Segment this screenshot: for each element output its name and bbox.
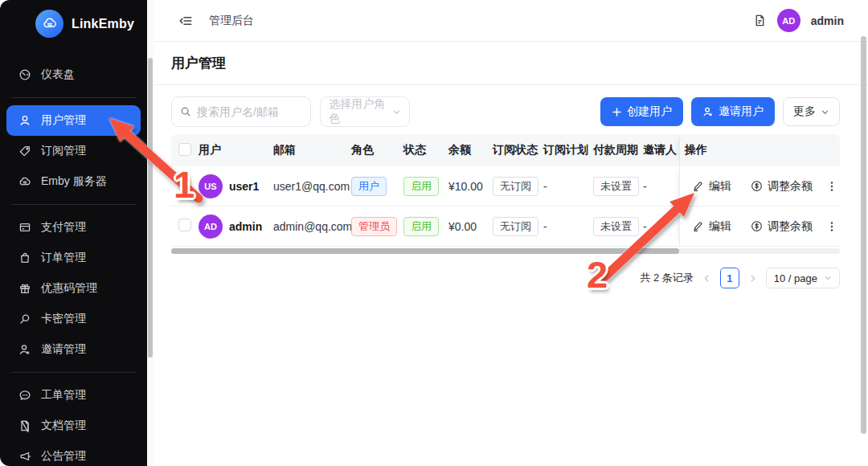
sidebar-scrollbar-track <box>147 0 154 466</box>
sidebar-item-ticket-management[interactable]: 工单管理 <box>6 380 141 411</box>
sidebar-item-label: 文档管理 <box>41 419 86 433</box>
user-menu-name[interactable]: admin <box>811 14 844 27</box>
balance: ¥10.00 <box>448 180 493 193</box>
page-number-button[interactable]: 1 <box>720 268 739 288</box>
file-icon[interactable] <box>753 14 767 27</box>
more-actions-icon[interactable] <box>826 180 837 193</box>
create-user-button[interactable]: 创建用户 <box>600 97 683 126</box>
user-table: 用户 邮箱 角色 状态 余额 订阅状态 订阅计划 付款周期 邀请人 操作 US … <box>171 134 840 247</box>
sidebar-item-label: 工单管理 <box>41 388 86 403</box>
logo: LinkEmby <box>0 0 147 38</box>
adjust-balance-label: 调整余额 <box>768 179 813 194</box>
chat-icon <box>18 389 31 402</box>
sidebar-scrollbar-thumb[interactable] <box>148 58 153 358</box>
subscription-status-badge: 无订阅 <box>493 217 538 236</box>
search-box <box>171 96 311 127</box>
username: admin <box>229 220 262 233</box>
dollar-circle-icon <box>751 220 763 232</box>
more-label: 更多 <box>793 104 816 119</box>
table-row: AD admin admin@qq.com 管理员 启用 ¥0.00 无订阅 -… <box>171 206 840 247</box>
cloud-icon <box>18 175 31 188</box>
avatar[interactable]: AD <box>777 9 800 32</box>
username: user1 <box>229 180 259 193</box>
role-select-placeholder: 选择用户角色 <box>329 97 392 126</box>
col-header-user: 用户 <box>199 143 273 157</box>
page-size-select[interactable]: 10 / page <box>766 268 840 288</box>
app-window: LinkEmby 仪表盘 用户管理 <box>0 0 868 466</box>
edit-button[interactable]: 编辑 <box>692 219 731 234</box>
chevron-down-icon <box>392 108 401 117</box>
col-header-role: 角色 <box>351 143 403 157</box>
sidebar-item-announcement-management[interactable]: 公告管理 <box>6 441 141 466</box>
row-checkbox[interactable] <box>178 219 191 231</box>
role-select[interactable]: 选择用户角色 <box>320 96 410 127</box>
sidebar-item-card-key-management[interactable]: 卡密管理 <box>6 304 141 334</box>
toolbar: 选择用户角色 创建用户 邀请用户 <box>171 96 840 127</box>
horizontal-scrollbar-thumb[interactable] <box>171 248 679 254</box>
pencil-icon <box>692 220 704 232</box>
sidebar-divider <box>11 204 136 205</box>
more-button[interactable]: 更多 <box>783 97 840 126</box>
vertical-scrollbar-thumb[interactable] <box>861 36 866 434</box>
chevron-down-icon <box>824 274 832 282</box>
col-header-status: 状态 <box>403 143 448 157</box>
sidebar-item-label: 卡密管理 <box>41 312 86 326</box>
edit-button[interactable]: 编辑 <box>692 179 731 194</box>
select-all-checkbox[interactable] <box>178 143 191 156</box>
user-plus-icon <box>702 106 714 117</box>
gauge-icon <box>18 68 31 81</box>
col-header-balance: 余额 <box>448 143 493 157</box>
sidebar-item-payment-management[interactable]: 支付管理 <box>6 212 141 243</box>
document-icon <box>18 419 31 432</box>
breadcrumb: 管理后台 <box>209 14 254 28</box>
title-bar: 用户管理 <box>154 42 868 85</box>
sidebar-item-subscription-management[interactable]: 订阅管理 <box>6 136 141 166</box>
sidebar-item-dashboard[interactable]: 仪表盘 <box>6 59 141 90</box>
search-input[interactable] <box>197 105 293 118</box>
sidebar-item-order-management[interactable]: 订单管理 <box>6 243 141 273</box>
horizontal-scrollbar-track[interactable] <box>171 248 840 254</box>
chevron-down-icon <box>821 108 829 117</box>
sidebar-item-label: 公告管理 <box>41 449 86 464</box>
table-row: US user1 user1@qq.com 用户 启用 ¥10.00 无订阅 -… <box>171 166 840 206</box>
sidebar-item-invite-management[interactable]: 邀请管理 <box>6 334 141 365</box>
sidebar-divider <box>11 97 136 98</box>
adjust-balance-button[interactable]: 调整余额 <box>751 179 813 194</box>
sidebar-item-label: 订阅管理 <box>41 144 86 158</box>
adjust-balance-button[interactable]: 调整余额 <box>751 219 813 234</box>
user-icon <box>18 114 31 127</box>
sidebar-item-emby-server[interactable]: Emby 服务器 <box>6 166 141 197</box>
magnifier-icon <box>18 313 31 325</box>
subscription-plan: - <box>543 220 593 233</box>
col-header-inviter: 邀请人 <box>643 143 679 157</box>
plus-icon <box>612 107 622 117</box>
bag-icon <box>18 251 31 264</box>
table-header-row: 用户 邮箱 角色 状态 余额 订阅状态 订阅计划 付款周期 邀请人 操作 <box>171 134 840 166</box>
invite-user-button[interactable]: 邀请用户 <box>691 97 775 126</box>
subscription-plan: - <box>543 180 593 193</box>
sidebar-item-label: 用户管理 <box>41 113 86 128</box>
sidebar-item-coupon-management[interactable]: 优惠码管理 <box>6 273 141 304</box>
pagination: 共 2 条记录 1 10 / page <box>154 268 840 288</box>
topbar-right: AD admin <box>753 9 844 32</box>
col-header-subscription-status: 订阅状态 <box>493 143 543 157</box>
chevron-left-icon[interactable] <box>702 274 711 283</box>
sidebar-divider <box>11 372 136 373</box>
chevron-right-icon[interactable] <box>748 274 757 283</box>
row-checkbox[interactable] <box>178 178 191 191</box>
inviter: - <box>643 180 679 193</box>
create-user-label: 创建用户 <box>627 104 672 119</box>
more-actions-icon[interactable] <box>826 220 837 233</box>
col-header-payment-cycle: 付款周期 <box>593 143 643 157</box>
balance: ¥0.00 <box>448 220 493 233</box>
sidebar-item-label: 优惠码管理 <box>41 281 97 296</box>
sidebar-item-document-management[interactable]: 文档管理 <box>6 411 141 441</box>
sidebar-item-label: 订单管理 <box>41 251 86 265</box>
col-header-actions: 操作 <box>679 134 840 166</box>
col-header-subscription-plan: 订阅计划 <box>543 143 593 157</box>
sidebar-item-label: Emby 服务器 <box>41 174 107 189</box>
menu-fold-icon[interactable] <box>178 14 193 28</box>
pencil-icon <box>692 180 704 192</box>
top-header: 管理后台 AD admin <box>154 0 868 42</box>
sidebar-item-user-management[interactable]: 用户管理 <box>6 105 141 136</box>
